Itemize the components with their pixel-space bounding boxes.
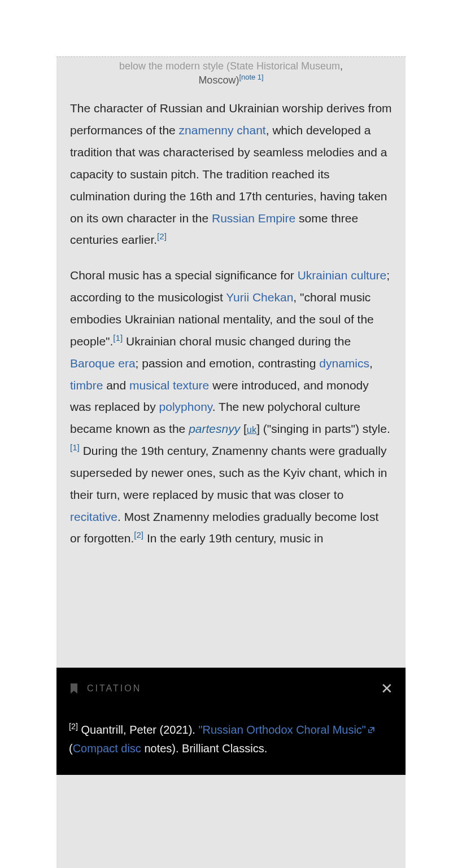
text: [ xyxy=(240,422,247,435)
link-state-historical-museum[interactable]: State Historical Museum xyxy=(230,60,340,72)
text: Choral music has a special significance … xyxy=(70,269,298,282)
citation-ref-1[interactable]: [1] xyxy=(113,333,123,343)
image-caption: below the modern style (State Historical… xyxy=(70,57,392,98)
link-timbre[interactable]: timbre xyxy=(70,379,103,392)
link-recitative[interactable]: recitative xyxy=(70,510,117,523)
caption-clipped-text: below the modern style ( xyxy=(119,60,230,72)
text: ] ("singing in parts") style. xyxy=(256,422,390,435)
link-yurii-chekan[interactable]: Yurii Chekan xyxy=(226,291,293,304)
citation-drawer-title: CITATION xyxy=(87,683,141,694)
text: and xyxy=(103,379,129,392)
citation-source-link[interactable]: "Russian Orthodox Choral Music" xyxy=(198,724,375,736)
link-baroque-era[interactable]: Baroque era xyxy=(70,357,136,370)
citation-drawer-header: CITATION ✕ xyxy=(69,681,393,696)
text: In the early 19th century, music in xyxy=(143,532,323,545)
text: During the 19th century, Znamenny chants… xyxy=(70,444,387,501)
link-polyphony[interactable]: polyphony xyxy=(159,400,212,413)
link-dynamics[interactable]: dynamics xyxy=(319,357,369,370)
citation-number: [2] xyxy=(69,722,78,731)
citation-body: [2] Quantrill, Peter (2021). "Russian Or… xyxy=(69,721,393,758)
note-ref-1[interactable]: [note 1] xyxy=(239,73,263,81)
link-russian-empire[interactable]: Russian Empire xyxy=(212,212,295,225)
citation-ref-1b[interactable]: [1] xyxy=(70,442,80,452)
text: , which developed a tradition that was c… xyxy=(70,124,387,224)
text: , xyxy=(369,357,373,370)
text: ( xyxy=(69,742,73,755)
citation-ref-2[interactable]: [2] xyxy=(157,231,167,241)
text: Ukrainian choral music changed during th… xyxy=(123,335,351,348)
bookmark-icon xyxy=(69,682,79,695)
link-musical-texture[interactable]: musical texture xyxy=(129,379,209,392)
citation-drawer: CITATION ✕ [2] Quantrill, Peter (2021). … xyxy=(56,668,406,775)
close-icon[interactable]: ✕ xyxy=(381,681,393,696)
text: ; passion and emotion, contrasting xyxy=(136,357,320,370)
citation-ref-2b[interactable]: [2] xyxy=(134,530,143,540)
paragraph-2: Choral music has a special significance … xyxy=(70,265,392,550)
link-compact-disc[interactable]: Compact disc xyxy=(73,742,141,755)
link-uk-interlang[interactable]: uk xyxy=(247,424,256,435)
link-ukrainian-culture[interactable]: Ukrainian culture xyxy=(298,269,387,282)
external-link-icon xyxy=(368,721,375,739)
citation-author: Quantrill, Peter (2021). xyxy=(78,724,198,736)
link-znamenny-chant[interactable]: znamenny chant xyxy=(179,124,266,137)
paragraph-1: The character of Russian and Ukrainian w… xyxy=(70,98,392,251)
text: notes). Brilliant Classics. xyxy=(141,742,267,755)
link-partesnyy[interactable]: partesnyy xyxy=(189,422,240,435)
